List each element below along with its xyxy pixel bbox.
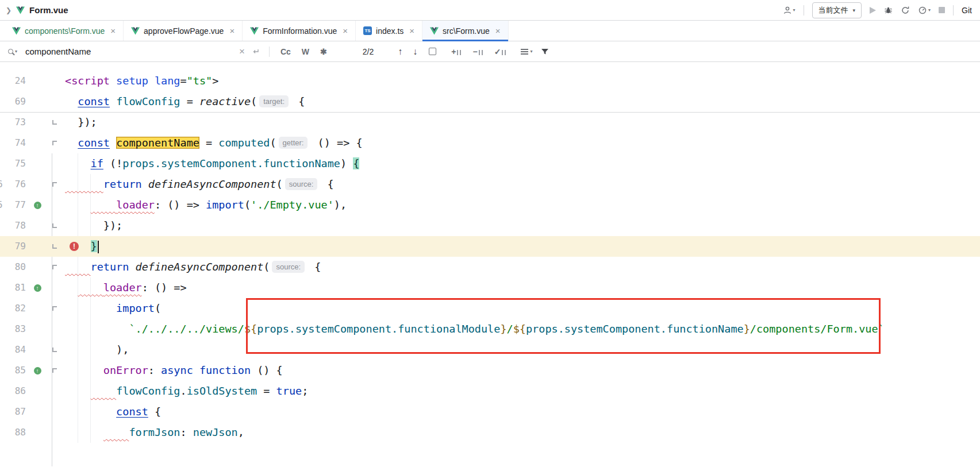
search-icon[interactable]: ▾ bbox=[8, 49, 17, 54]
code-text[interactable]: const componentName = computed(getter: (… bbox=[60, 133, 363, 153]
fold-start-icon[interactable] bbox=[52, 265, 57, 269]
line-number[interactable]: 80 bbox=[0, 257, 26, 277]
line-number[interactable]: 79 bbox=[0, 236, 26, 257]
gutter[interactable]: 76 bbox=[0, 174, 60, 195]
next-match-button[interactable]: ↓ bbox=[413, 47, 417, 57]
tab-index-ts[interactable]: TSindex.ts× bbox=[356, 21, 422, 41]
code-line-75[interactable]: 75 if (!props.systemComponent.functionNa… bbox=[0, 153, 980, 174]
fold-start-icon[interactable] bbox=[52, 141, 57, 145]
gutter[interactable]: 83 bbox=[0, 319, 60, 339]
code-text[interactable]: import( bbox=[60, 298, 161, 319]
gutter[interactable]: 82 bbox=[0, 298, 60, 319]
search-input[interactable]: componentName bbox=[25, 47, 239, 56]
newline-icon[interactable] bbox=[252, 48, 260, 55]
gutter[interactable]: 75 bbox=[0, 153, 60, 174]
select-all-occurrences-button[interactable]: ✓ bbox=[494, 47, 506, 56]
line-number[interactable]: 78 bbox=[0, 215, 26, 236]
fold-end-icon[interactable] bbox=[52, 348, 57, 352]
rerun-button[interactable] bbox=[901, 6, 910, 15]
code-text[interactable]: `./../../../views/${props.systemComponen… bbox=[60, 319, 885, 339]
code-line-69[interactable]: 69 const flowConfig = reactive(target: { bbox=[0, 91, 980, 112]
code-line-24[interactable]: 24<script setup lang="ts"> bbox=[0, 71, 980, 91]
tab-components-form-vue[interactable]: components\Form.vue× bbox=[5, 21, 124, 41]
fold-start-icon[interactable] bbox=[52, 306, 57, 311]
stop-button[interactable] bbox=[939, 7, 945, 13]
code-line-83[interactable]: 83 `./../../../views/${props.systemCompo… bbox=[0, 319, 980, 339]
code-text[interactable]: }); bbox=[60, 112, 97, 133]
gutter[interactable]: 85↑ bbox=[0, 360, 60, 381]
fold-start-icon[interactable] bbox=[52, 182, 57, 187]
clear-search-icon[interactable]: × bbox=[239, 46, 245, 57]
fold-end-icon[interactable] bbox=[52, 223, 57, 228]
code-line-74[interactable]: 74 const componentName = computed(getter… bbox=[0, 133, 980, 153]
close-tab-icon[interactable]: × bbox=[229, 26, 235, 36]
code-text[interactable]: return defineAsyncComponent(source: { bbox=[60, 174, 334, 195]
gutter[interactable]: 69 bbox=[0, 91, 60, 112]
profiler-button[interactable]: ▾ bbox=[918, 6, 931, 15]
gutter[interactable]: 87 bbox=[0, 401, 60, 422]
gutter[interactable]: 84 bbox=[0, 339, 60, 360]
code-line-81[interactable]: 81↑ loader: () => bbox=[0, 277, 980, 298]
line-number[interactable]: 24 bbox=[0, 71, 26, 91]
gutter[interactable]: 79 bbox=[0, 236, 60, 257]
code-line-87[interactable]: 87 const { bbox=[0, 401, 980, 422]
line-number[interactable]: 84 bbox=[0, 339, 26, 360]
code-text[interactable]: onError: async function () { bbox=[60, 360, 283, 381]
gutter[interactable]: 77↑ bbox=[0, 195, 60, 215]
gutter[interactable]: 74 bbox=[0, 133, 60, 153]
line-number[interactable]: 87 bbox=[0, 401, 26, 422]
gutter[interactable]: 73 bbox=[0, 112, 60, 133]
code-text[interactable]: flowConfig.isOldSystem = true; bbox=[60, 381, 308, 401]
whole-words-toggle[interactable]: W bbox=[302, 47, 309, 56]
code-line-84[interactable]: 84 ), bbox=[0, 339, 980, 360]
code-line-76[interactable]: 76 return defineAsyncComponent(source: { bbox=[0, 174, 980, 195]
code-line-86[interactable]: 86 flowConfig.isOldSystem = true; bbox=[0, 381, 980, 401]
expand-chevron-icon[interactable]: ❯ bbox=[6, 6, 11, 14]
search-in-selection-icon[interactable] bbox=[429, 48, 436, 55]
fold-end-icon[interactable] bbox=[52, 244, 57, 249]
user-account-icon[interactable]: ▾ bbox=[783, 6, 795, 15]
run-gutter-icon[interactable]: ↑ bbox=[34, 284, 41, 292]
code-text[interactable]: <script setup lang="ts"> bbox=[60, 71, 218, 91]
code-text[interactable]: loader: () => import('./Empty.vue'), bbox=[60, 195, 347, 215]
code-text[interactable]: formJson: newJson, bbox=[60, 422, 244, 443]
filter-funnel-icon[interactable] bbox=[540, 47, 549, 56]
line-number[interactable]: 88 bbox=[0, 422, 26, 443]
debug-button[interactable] bbox=[884, 6, 893, 14]
run-configuration-selector[interactable]: 当前文件 ▾ bbox=[812, 2, 862, 18]
run-gutter-icon[interactable]: ↑ bbox=[34, 367, 41, 375]
code-line-79[interactable]: 79 }! bbox=[0, 236, 980, 257]
line-number[interactable]: 74 bbox=[0, 133, 26, 153]
line-number[interactable]: 69 bbox=[0, 91, 26, 112]
code-text[interactable]: ), bbox=[60, 339, 129, 360]
run-button[interactable] bbox=[870, 7, 876, 14]
code-line-73[interactable]: 73 }); bbox=[0, 112, 980, 133]
code-line-80[interactable]: 80 return defineAsyncComponent(source: { bbox=[0, 257, 980, 277]
git-menu[interactable]: Git bbox=[962, 6, 972, 15]
gutter[interactable]: 78 bbox=[0, 215, 60, 236]
line-number[interactable]: 81 bbox=[0, 277, 26, 298]
code-text[interactable]: }); bbox=[60, 215, 122, 236]
code-line-77[interactable]: 77↑ loader: () => import('./Empty.vue'), bbox=[0, 195, 980, 215]
fold-end-icon[interactable] bbox=[52, 120, 57, 125]
code-line-85[interactable]: 85↑ onError: async function () { bbox=[0, 360, 980, 381]
search-history-caret-icon[interactable]: ▾ bbox=[15, 49, 17, 54]
code-text[interactable]: } bbox=[60, 236, 99, 257]
code-line-82[interactable]: 82 import( bbox=[0, 298, 980, 319]
code-text[interactable]: loader: () => bbox=[60, 277, 187, 298]
code-line-88[interactable]: 88 formJson: newJson, bbox=[0, 422, 980, 443]
close-tab-icon[interactable]: × bbox=[495, 26, 501, 36]
run-gutter-icon[interactable]: ↑ bbox=[34, 202, 41, 209]
previous-match-button[interactable]: ↑ bbox=[398, 47, 402, 57]
tab-approveflowpage-vue[interactable]: approveFlowPage.vue× bbox=[124, 21, 243, 41]
code-text[interactable]: const flowConfig = reactive(target: { bbox=[60, 91, 305, 112]
add-occurrence-button[interactable]: + bbox=[451, 47, 461, 56]
code-text[interactable]: const { bbox=[60, 401, 161, 422]
gutter[interactable]: 86 bbox=[0, 381, 60, 401]
code-text[interactable]: if (!props.systemComponent.functionName)… bbox=[60, 153, 359, 174]
tab-src-form-vue[interactable]: src\Form.vue× bbox=[422, 21, 508, 41]
code-line-78[interactable]: 78 }); bbox=[0, 215, 980, 236]
line-number[interactable]: 83 bbox=[0, 319, 26, 339]
gutter[interactable]: 81↑ bbox=[0, 277, 60, 298]
gutter[interactable]: 24 bbox=[0, 71, 60, 91]
